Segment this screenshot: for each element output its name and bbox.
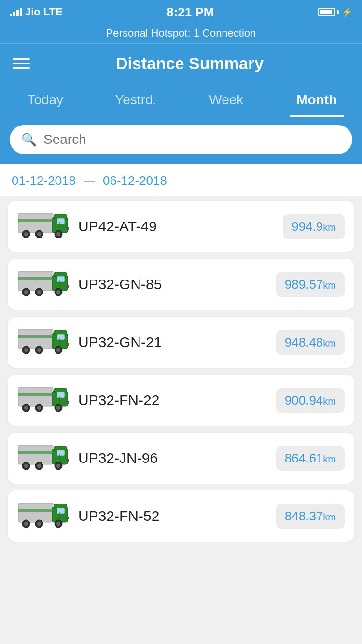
- date-separator: —: [84, 174, 95, 188]
- svg-rect-65: [18, 503, 53, 522]
- tab-yesterday[interactable]: Yestrd.: [91, 83, 181, 117]
- vehicle-name: UP32-GN-21: [78, 334, 268, 350]
- charging-icon: ⚡: [342, 7, 352, 17]
- vehicle-card[interactable]: UP32-GN-21 948.48km: [8, 317, 354, 368]
- svg-point-19: [24, 290, 28, 294]
- svg-point-21: [37, 290, 41, 294]
- svg-rect-13: [18, 271, 53, 291]
- svg-point-45: [24, 406, 28, 410]
- svg-rect-52: [18, 445, 53, 464]
- svg-rect-17: [66, 285, 69, 288]
- svg-point-71: [24, 522, 28, 526]
- vehicle-card[interactable]: UP32-FN-22 900.94km: [8, 375, 354, 426]
- vehicle-card[interactable]: UP42-AT-49 994.9km: [8, 201, 354, 252]
- status-time: 8:21 PM: [167, 5, 214, 20]
- tab-today[interactable]: Today: [0, 83, 91, 117]
- svg-point-23: [56, 290, 60, 294]
- svg-rect-4: [66, 227, 69, 230]
- svg-rect-29: [57, 334, 65, 340]
- svg-point-34: [37, 348, 41, 352]
- battery-icon: [318, 8, 339, 16]
- menu-button[interactable]: [13, 58, 30, 69]
- search-icon: 🔍: [21, 132, 37, 147]
- truck-icon: [17, 324, 70, 360]
- svg-point-36: [56, 348, 60, 352]
- page-title: Distance Summary: [30, 54, 349, 73]
- distance-badge: 948.48km: [276, 330, 345, 355]
- distance-badge: 900.94km: [276, 388, 345, 413]
- svg-point-58: [24, 464, 28, 468]
- svg-point-8: [37, 232, 41, 236]
- svg-point-6: [24, 232, 28, 236]
- vehicle-name: UP32-FN-52: [78, 508, 268, 524]
- distance-badge: 848.37km: [276, 504, 345, 529]
- distance-badge: 994.9km: [283, 214, 345, 239]
- tab-month[interactable]: Month: [272, 83, 362, 117]
- vehicle-card[interactable]: UP32-JN-96 864.61km: [8, 433, 354, 484]
- svg-rect-0: [18, 213, 53, 233]
- svg-point-49: [56, 406, 60, 410]
- vehicle-name: UP32-GN-85: [78, 276, 268, 293]
- vehicle-card[interactable]: UP32-GN-85 989.57km: [8, 259, 354, 310]
- truck-icon: [17, 498, 70, 534]
- svg-rect-42: [57, 392, 65, 398]
- svg-rect-55: [57, 450, 65, 456]
- search-container: 🔍: [0, 117, 362, 164]
- vehicle-name: UP32-FN-22: [78, 392, 268, 408]
- svg-point-75: [56, 522, 60, 526]
- truck-icon: [17, 382, 70, 418]
- vehicle-name: UP42-AT-49: [78, 218, 275, 235]
- svg-rect-56: [66, 459, 69, 462]
- status-carrier: Jio LTE: [10, 6, 63, 18]
- svg-point-60: [37, 464, 41, 468]
- vehicle-card[interactable]: UP32-FN-52 848.37km: [8, 490, 354, 542]
- search-input[interactable]: [43, 132, 341, 147]
- svg-point-32: [24, 348, 28, 352]
- truck-icon: [17, 440, 70, 476]
- hotspot-bar: Personal Hotspot: 1 Connection: [0, 24, 362, 44]
- svg-point-47: [37, 406, 41, 410]
- date-from[interactable]: 01-12-2018: [12, 173, 76, 188]
- svg-rect-24: [18, 277, 53, 280]
- vehicle-list: UP42-AT-49 994.9km: [0, 196, 362, 546]
- svg-rect-39: [18, 387, 53, 406]
- svg-rect-68: [57, 508, 65, 514]
- svg-rect-76: [18, 509, 53, 512]
- svg-rect-69: [66, 517, 69, 519]
- date-range: 01-12-2018 — 06-12-2018: [0, 164, 362, 196]
- svg-rect-63: [18, 451, 53, 454]
- distance-badge: 989.57km: [276, 272, 345, 297]
- status-bar: Jio LTE 8:21 PM ⚡: [0, 0, 362, 24]
- svg-rect-3: [57, 218, 65, 224]
- truck-icon: [17, 266, 70, 302]
- distance-badge: 864.61km: [276, 446, 345, 471]
- svg-point-62: [56, 464, 60, 468]
- app-header: Distance Summary: [0, 44, 362, 83]
- svg-rect-26: [18, 329, 53, 349]
- search-box: 🔍: [10, 125, 352, 154]
- svg-rect-50: [18, 393, 53, 396]
- svg-point-10: [56, 232, 60, 236]
- svg-rect-11: [18, 219, 53, 222]
- svg-rect-30: [66, 343, 69, 346]
- svg-rect-43: [66, 401, 69, 404]
- svg-rect-37: [18, 335, 53, 338]
- status-battery: ⚡: [318, 7, 352, 17]
- date-to[interactable]: 06-12-2018: [103, 173, 167, 188]
- tab-bar: Today Yestrd. Week Month: [0, 83, 362, 117]
- vehicle-name: UP32-JN-96: [78, 450, 268, 466]
- signal-icon: [10, 8, 22, 16]
- svg-point-73: [37, 522, 41, 526]
- tab-week[interactable]: Week: [181, 83, 272, 117]
- svg-rect-16: [57, 276, 65, 282]
- truck-icon: [17, 209, 70, 244]
